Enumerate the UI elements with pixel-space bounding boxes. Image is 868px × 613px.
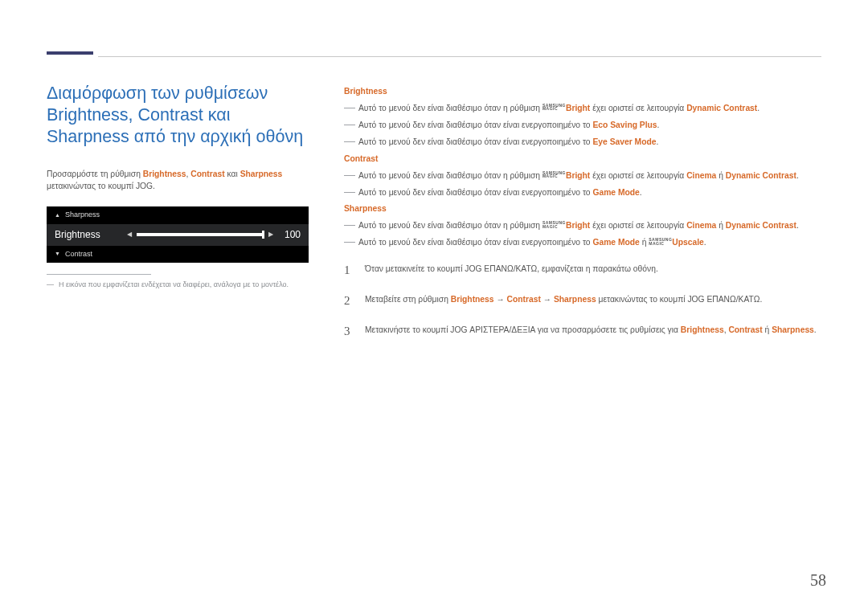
step-body: Μεταβείτε στη ρύθμιση Brightness → Contr… — [365, 292, 821, 310]
dash-icon: ― — [344, 169, 352, 182]
note-item: ― Αυτό το μενού δεν είναι διαθέσιμο όταν… — [344, 170, 821, 182]
slider-value: 100 — [285, 228, 301, 242]
triangle-right-icon: ▶ — [268, 230, 273, 239]
right-column: Brightness ― Αυτό το μενού δεν είναι δια… — [344, 83, 821, 340]
hl-contrast: Contrast — [190, 170, 224, 178]
note-text: Αυτό το μενού δεν είναι διαθέσιμο όταν η… — [358, 103, 760, 115]
note-item: ― Αυτό το μενού δεν είναι διαθέσιμο όταν… — [344, 220, 821, 232]
note-text: Αυτό το μενού δεν είναι διαθέσιμο όταν ε… — [358, 120, 659, 132]
note-text: Αυτό το μενού δεν είναι διαθέσιμο όταν η… — [358, 220, 799, 232]
step-body: Όταν μετακινείτε το κουμπί JOG ΕΠΑΝΩ/ΚΑΤ… — [365, 262, 821, 280]
samsung-magic-icon: SAMSUNGMAGIC — [542, 104, 566, 111]
step-body: Μετακινήστε το κουμπί JOG ΑΡΙΣΤΕΡΑ/ΔΕΞΙΑ… — [365, 323, 821, 341]
note-item: ― Αυτό το μενού δεν είναι διαθέσιμο όταν… — [344, 137, 821, 149]
step-3: 3 Μετακινήστε το κουμπί JOG ΑΡΙΣΤΕΡΑ/ΔΕΞ… — [344, 323, 821, 341]
step-number: 2 — [344, 292, 354, 310]
header-accent-bar — [47, 51, 93, 55]
sep: και — [225, 170, 240, 178]
osd-row-active: Brightness ◀ ▶ 100 — [47, 224, 309, 246]
page-number: 58 — [810, 569, 826, 592]
footnote: ― Η εικόνα που εμφανίζεται ενδέχεται να … — [47, 280, 312, 290]
note-text: Αυτό το μενού δεν είναι διαθέσιμο όταν η… — [358, 170, 799, 182]
note-item: ― Αυτό το μενού δεν είναι διαθέσιμο όταν… — [344, 187, 821, 199]
osd-up-label: Sharpness — [65, 210, 100, 220]
subhead-contrast: Contrast — [344, 153, 821, 166]
two-column-layout: Διαμόρφωση των ρυθμίσεων Brightness, Con… — [47, 83, 821, 340]
intro-text: μετακινώντας το κουμπί JOG. — [47, 182, 155, 190]
slider-thumb — [262, 231, 264, 239]
samsung-magic-icon: SAMSUNGMAGIC — [649, 238, 672, 245]
triangle-left-icon: ◀ — [127, 230, 132, 239]
dash-icon: ― — [344, 219, 352, 232]
step-2: 2 Μεταβείτε στη ρύθμιση Brightness → Con… — [344, 292, 821, 310]
dash-icon: ― — [344, 118, 352, 132]
hl-brightness: Brightness — [143, 170, 186, 178]
osd-row-down: ▼ Contrast — [47, 246, 309, 263]
samsung-magic-icon: SAMSUNGMAGIC — [542, 171, 566, 178]
osd-down-label: Contrast — [65, 249, 92, 260]
dash-icon: ― — [344, 235, 352, 249]
dash-icon: ― — [344, 101, 352, 115]
intro-text: Προσαρμόστε τη ρύθμιση — [47, 170, 143, 178]
samsung-magic-icon: SAMSUNGMAGIC — [542, 221, 566, 228]
chevron-down-icon: ▼ — [55, 250, 61, 258]
subhead-brightness: Brightness — [344, 86, 821, 98]
slider-track — [137, 233, 264, 236]
step-1: 1 Όταν μετακινείτε το κουμπί JOG ΕΠΑΝΩ/Κ… — [344, 262, 821, 280]
note-text: Αυτό το μενού δεν είναι διαθέσιμο όταν ε… — [358, 237, 706, 249]
note-item: ― Αυτό το μενού δεν είναι διαθέσιμο όταν… — [344, 120, 821, 132]
footnote-divider — [47, 274, 151, 275]
osd-slider: ◀ ▶ 100 — [127, 228, 301, 242]
intro-paragraph: Προσαρμόστε τη ρύθμιση Brightness, Contr… — [47, 169, 312, 193]
header-divider — [98, 56, 821, 57]
note-text: Αυτό το μενού δεν είναι διαθέσιμο όταν ε… — [358, 137, 658, 149]
note-text: Αυτό το μενού δεν είναι διαθέσιμο όταν ε… — [358, 187, 642, 199]
dash-icon: ― — [47, 280, 54, 290]
dash-icon: ― — [344, 186, 352, 199]
dash-icon: ― — [344, 135, 352, 149]
step-number: 1 — [344, 262, 354, 280]
step-number: 3 — [344, 323, 354, 341]
osd-row-up: ▲ Sharpness — [47, 206, 309, 223]
osd-active-label: Brightness — [55, 228, 100, 242]
osd-preview: ▲ Sharpness Brightness ◀ ▶ 100 ▼ Contras… — [47, 206, 309, 262]
hl-sharpness: Sharpness — [240, 170, 283, 178]
note-item: ― Αυτό το μενού δεν είναι διαθέσιμο όταν… — [344, 237, 821, 249]
note-item: ― Αυτό το μενού δεν είναι διαθέσιμο όταν… — [344, 103, 821, 115]
footnote-text: Η εικόνα που εμφανίζεται ενδέχεται να δι… — [59, 280, 289, 290]
left-column: Διαμόρφωση των ρυθμίσεων Brightness, Con… — [47, 83, 312, 340]
subhead-sharpness: Sharpness — [344, 203, 821, 215]
page-content: Διαμόρφωση των ρυθμίσεων Brightness, Con… — [0, 0, 868, 340]
chevron-up-icon: ▲ — [55, 211, 61, 219]
page-title: Διαμόρφωση των ρυθμίσεων Brightness, Con… — [47, 83, 312, 148]
